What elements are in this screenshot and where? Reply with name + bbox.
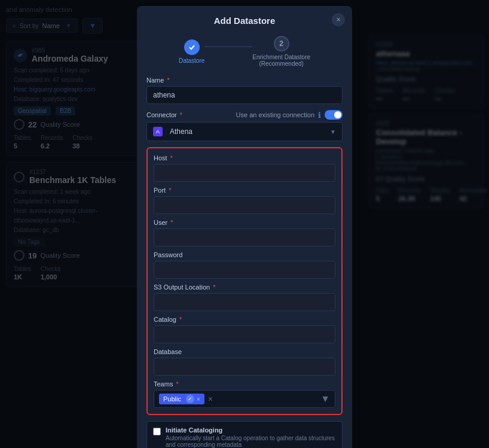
host-label: Host * <box>154 154 335 161</box>
connector-label: Connector * <box>146 111 182 118</box>
step-line <box>204 46 252 47</box>
chevron-down-icon: ▼ <box>330 129 336 135</box>
toggle-knob <box>334 111 341 118</box>
port-group: Port * <box>154 187 335 214</box>
connector-group: Connector * Use an existing connection ℹ… <box>146 110 343 141</box>
modal-header: Add Datastore × <box>137 6 352 31</box>
database-input[interactable] <box>154 358 335 376</box>
chevron-down-icon-teams: ▼ <box>320 394 330 404</box>
athena-icon: A <box>153 127 163 136</box>
user-input[interactable] <box>154 228 335 246</box>
s3-input[interactable] <box>154 293 335 311</box>
step-1-circle <box>184 39 200 55</box>
database-group: Database <box>154 348 335 376</box>
step-2-circle: 2 <box>274 36 289 51</box>
port-input[interactable] <box>154 196 335 214</box>
user-group: User * <box>154 219 335 246</box>
team-public-tag: Public ✓ × <box>159 394 204 404</box>
user-label: User * <box>154 219 335 226</box>
password-input[interactable] <box>154 261 335 279</box>
initiate-cataloging-row: Initiate Cataloging Automatically start … <box>146 421 343 448</box>
stepper: Datastore 2 Enrichment Datastore (Recomm… <box>137 31 352 77</box>
host-group: Host * <box>154 154 335 182</box>
s3-group: S3 Output Location * <box>154 284 335 311</box>
catalog-group: Catalog * <box>154 316 335 343</box>
host-input[interactable] <box>154 164 335 182</box>
step-1-label: Datastore <box>179 57 204 64</box>
modal-form: Name * Connector * Use an existing conne… <box>137 77 352 141</box>
connector-select[interactable]: A Athena ▼ <box>146 122 343 141</box>
team-tag-close[interactable]: × <box>197 396 200 403</box>
existing-connection-toggle[interactable] <box>325 110 343 120</box>
teams-clear-icon[interactable]: × <box>208 394 213 404</box>
teams-input[interactable]: Public ✓ × × ▼ <box>154 390 335 408</box>
catalog-label: Catalog * <box>154 316 335 323</box>
name-group: Name * <box>146 77 343 104</box>
catalog-input[interactable] <box>154 325 335 343</box>
checkbox-title: Initiate Cataloging <box>166 426 336 434</box>
port-label: Port * <box>154 187 335 194</box>
initiate-cataloging-checkbox[interactable] <box>153 428 161 435</box>
modal-title: Add Datastore <box>214 16 276 26</box>
checkmark-icon <box>188 44 195 51</box>
step-2: 2 Enrichment Datastore (Recommended) <box>252 36 310 67</box>
password-label: Password <box>154 251 335 258</box>
use-existing-toggle: Use an existing connection ℹ <box>236 110 343 120</box>
name-label: Name * <box>146 77 343 84</box>
checkbox-desc: Automatically start a Catalog operation … <box>166 435 336 448</box>
password-group: Password <box>154 251 335 279</box>
teams-label: Teams * <box>154 380 335 388</box>
name-input[interactable] <box>146 86 343 104</box>
s3-label: S3 Output Location * <box>154 284 335 291</box>
step-2-label: Enrichment Datastore (Recommended) <box>252 54 310 67</box>
database-label: Database <box>154 348 335 355</box>
teams-group: Teams * Public ✓ × × ▼ <box>154 380 335 408</box>
step-1: Datastore <box>179 39 204 64</box>
info-icon[interactable]: ℹ <box>318 111 321 120</box>
add-datastore-modal: Add Datastore × Datastore 2 Enrichment D… <box>137 6 352 448</box>
credentials-section: Host * Port * User * Password <box>146 147 343 415</box>
connector-header-row: Connector * Use an existing connection ℹ <box>146 110 343 120</box>
close-button[interactable]: × <box>332 13 345 26</box>
